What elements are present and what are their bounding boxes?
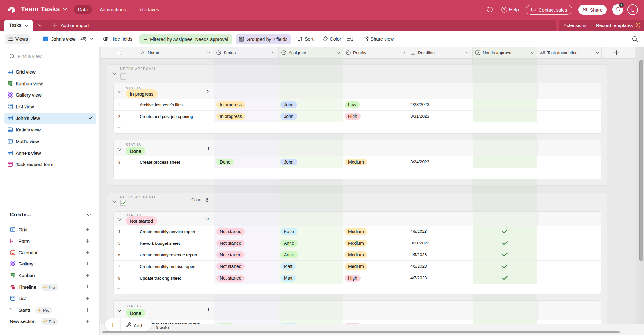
svg-text:31: 31: [412, 53, 414, 54]
svg-text:31: 31: [12, 252, 14, 254]
svg-text:?: ?: [503, 8, 505, 12]
